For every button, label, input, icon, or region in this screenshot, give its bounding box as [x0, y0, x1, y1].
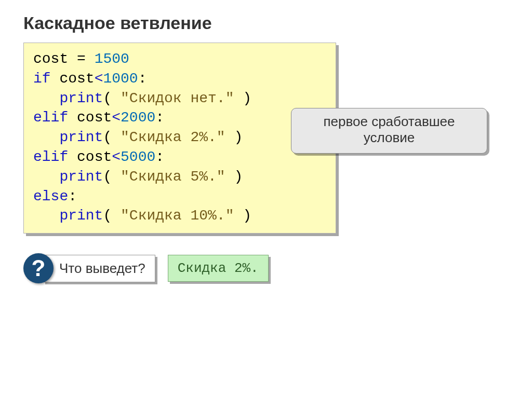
paren: )	[243, 208, 251, 224]
operator: <	[112, 149, 121, 165]
operator: <	[112, 109, 121, 126]
string: "Скидка 2%."	[112, 129, 234, 145]
keyword-print: print	[33, 90, 103, 106]
string: "Скидка 10%."	[112, 208, 243, 224]
keyword-print: print	[33, 169, 103, 185]
number: 5000	[121, 149, 155, 165]
code-line-7: print( "Скидка 5%." )	[33, 167, 326, 187]
paren: (	[103, 129, 112, 145]
code-line-5: print( "Скидка 2%." )	[33, 128, 326, 147]
paren: )	[234, 169, 243, 185]
string: "Скидка 5%."	[112, 169, 234, 185]
paren: (	[103, 90, 112, 106]
keyword-elif: elif	[33, 149, 68, 165]
token: cost	[68, 109, 112, 126]
keyword-elif: elif	[33, 109, 68, 126]
code-block: cost = 1500 if cost<1000: print( "Скидок…	[23, 43, 336, 234]
keyword-print: print	[33, 129, 103, 145]
question-wrap: ? Что выведет?	[23, 253, 155, 283]
question-text-box: Что выведет?	[43, 255, 155, 282]
operator: <	[95, 71, 103, 87]
keyword-else: else	[33, 188, 68, 204]
number: 2000	[121, 109, 155, 126]
number: 1000	[103, 71, 138, 87]
token: :	[155, 149, 164, 165]
token: cost	[33, 51, 77, 67]
token	[86, 51, 95, 67]
code-line-2: if cost<1000:	[33, 69, 326, 89]
callout-line2: условие	[301, 130, 477, 146]
token: =	[77, 51, 86, 67]
keyword-if: if	[33, 71, 51, 87]
code-line-3: print( "Скидок нет." )	[33, 89, 326, 108]
code-line-9: print( "Скидка 10%." )	[33, 206, 326, 226]
token: :	[138, 71, 147, 87]
footer-row: ? Что выведет? Скидка 2%.	[23, 253, 509, 283]
callout-line1: первое сработавшее	[323, 114, 455, 129]
paren: (	[103, 208, 112, 224]
token: 1500	[95, 51, 129, 67]
paren: )	[234, 129, 243, 145]
code-line-1: cost = 1500	[33, 49, 326, 69]
code-line-8: else:	[33, 187, 326, 207]
token: :	[68, 188, 77, 204]
string: "Скидок нет."	[112, 90, 243, 106]
keyword-print: print	[33, 208, 103, 224]
code-line-4: elif cost<2000:	[33, 108, 326, 128]
question-mark-icon: ?	[23, 253, 54, 283]
token: cost	[68, 149, 112, 165]
callout-box: первое сработавшее условие	[291, 108, 487, 154]
token: cost	[51, 71, 95, 87]
token: :	[155, 109, 164, 126]
paren: )	[243, 90, 251, 106]
code-line-6: elif cost<5000:	[33, 147, 326, 167]
slide-title: Каскадное ветвление	[23, 13, 509, 33]
paren: (	[103, 169, 112, 185]
answer-box: Скидка 2%.	[168, 255, 269, 282]
